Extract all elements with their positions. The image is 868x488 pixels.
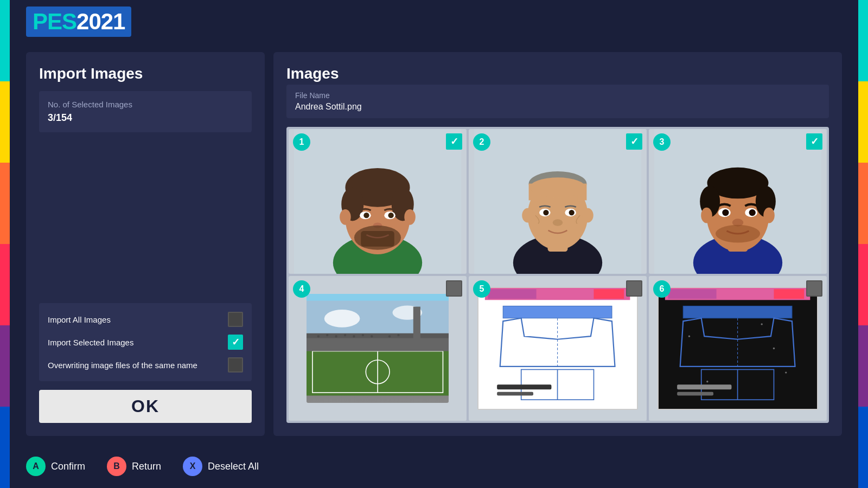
svg-rect-8 xyxy=(858,163,868,244)
options-section: Import All Images Import Selected Images… xyxy=(39,303,252,381)
deselect-all-action[interactable]: X Deselect All xyxy=(183,457,259,476)
portrait-2 xyxy=(469,129,647,274)
deselect-all-label: Deselect All xyxy=(208,461,259,472)
svg-rect-92 xyxy=(668,289,717,299)
return-label: Return xyxy=(132,461,161,472)
svg-point-72 xyxy=(344,334,346,336)
svg-rect-87 xyxy=(497,384,552,389)
button-b: B xyxy=(107,457,126,476)
svg-point-76 xyxy=(388,335,391,337)
svg-point-69 xyxy=(317,335,319,337)
import-panel-title: Import Images xyxy=(39,65,252,82)
svg-point-75 xyxy=(371,335,373,337)
portrait-3 xyxy=(649,129,827,274)
image-checkbox-2[interactable] xyxy=(626,133,642,150)
image-cell-3[interactable]: 3 xyxy=(649,129,827,274)
svg-point-25 xyxy=(354,226,401,250)
svg-rect-2 xyxy=(0,163,10,244)
images-grid: 1 xyxy=(286,127,829,423)
svg-point-102 xyxy=(786,371,787,373)
option-import-all[interactable]: Import All Images xyxy=(48,312,243,327)
app-logo: PES2021 xyxy=(26,7,131,37)
svg-rect-103 xyxy=(678,384,732,389)
left-color-bar xyxy=(0,0,10,488)
option-overwrite[interactable]: Overwriting image files of the same name xyxy=(48,357,243,373)
svg-point-74 xyxy=(361,334,363,336)
svg-point-70 xyxy=(326,334,328,336)
svg-point-53 xyxy=(749,209,756,216)
file-name-label: File Name xyxy=(295,91,820,100)
stadium-image xyxy=(307,294,449,402)
option-import-all-label: Import All Images xyxy=(48,315,111,324)
header: PES2021 xyxy=(10,0,858,43)
option-import-selected-label: Import Selected Images xyxy=(48,338,133,347)
image-checkbox-4[interactable] xyxy=(446,280,462,297)
image-cell-2[interactable]: 2 xyxy=(469,129,647,274)
option-import-selected[interactable]: Import Selected Images xyxy=(48,335,243,350)
image-number-2: 2 xyxy=(473,133,490,151)
svg-rect-3 xyxy=(0,244,10,325)
portrait-1 xyxy=(289,129,467,274)
svg-rect-0 xyxy=(0,0,10,81)
svg-point-99 xyxy=(773,348,775,349)
svg-point-56 xyxy=(763,208,775,223)
checkbox-overwrite[interactable] xyxy=(228,357,243,373)
kit-image-white xyxy=(477,287,637,410)
kit-image-dark xyxy=(658,287,818,410)
image-cell-5[interactable]: 5 xyxy=(469,276,647,421)
images-header: Images File Name Andrea Sottil.png xyxy=(286,65,829,118)
image-cell-4[interactable]: 4 xyxy=(289,276,467,421)
svg-point-27 xyxy=(404,209,416,225)
file-info-section: File Name Andrea Sottil.png xyxy=(286,85,829,118)
svg-rect-1 xyxy=(0,81,10,163)
svg-rect-9 xyxy=(858,244,868,325)
image-cell-1[interactable]: 1 xyxy=(289,129,467,274)
image-cell-6[interactable]: 6 xyxy=(649,276,827,421)
import-panel: Import Images No. of Selected Images 3/1… xyxy=(26,52,265,436)
option-overwrite-label: Overwriting image files of the same name xyxy=(48,361,197,370)
svg-rect-7 xyxy=(858,81,868,163)
svg-rect-88 xyxy=(497,392,534,396)
svg-rect-68 xyxy=(413,307,420,339)
selected-count-label: No. of Selected Images xyxy=(48,100,243,109)
svg-rect-82 xyxy=(503,306,612,318)
svg-point-22 xyxy=(388,213,394,218)
image-number-3: 3 xyxy=(653,133,671,151)
main-content: Import Images No. of Selected Images 3/1… xyxy=(10,43,858,445)
selected-info-section: No. of Selected Images 3/154 xyxy=(39,91,252,132)
image-checkbox-6[interactable] xyxy=(806,280,822,297)
svg-point-57 xyxy=(716,225,760,243)
svg-rect-93 xyxy=(684,306,793,318)
file-name-value: Andrea Sottil.png xyxy=(295,102,820,112)
ok-button[interactable]: OK xyxy=(39,390,252,423)
button-x: X xyxy=(183,457,202,476)
image-checkbox-1[interactable] xyxy=(446,133,462,150)
checkbox-import-selected[interactable] xyxy=(228,335,243,350)
svg-point-98 xyxy=(688,336,690,337)
svg-rect-10 xyxy=(858,325,868,407)
svg-point-101 xyxy=(761,323,763,325)
svg-point-100 xyxy=(707,381,709,382)
image-checkbox-5[interactable] xyxy=(626,280,642,297)
image-number-6: 6 xyxy=(653,280,671,298)
svg-point-71 xyxy=(335,335,337,337)
panel-spacer xyxy=(39,141,252,294)
svg-rect-81 xyxy=(488,289,537,299)
images-panel: Images File Name Andrea Sottil.png 1 xyxy=(273,52,842,436)
svg-point-42 xyxy=(582,208,593,223)
svg-rect-104 xyxy=(678,392,714,396)
confirm-action[interactable]: A Confirm xyxy=(26,457,85,476)
svg-rect-6 xyxy=(858,0,868,81)
return-action[interactable]: B Return xyxy=(107,457,161,476)
svg-rect-91 xyxy=(774,289,805,299)
checkbox-import-all[interactable] xyxy=(228,312,243,327)
svg-rect-11 xyxy=(858,407,868,488)
svg-point-41 xyxy=(522,208,533,223)
image-number-4: 4 xyxy=(293,280,310,298)
logo-pes: PES xyxy=(33,9,76,34)
selected-count-value: 3/154 xyxy=(48,112,243,124)
svg-point-39 xyxy=(569,210,575,215)
svg-point-77 xyxy=(397,334,399,336)
images-panel-title: Images xyxy=(286,65,829,82)
image-checkbox-3[interactable] xyxy=(806,133,822,150)
